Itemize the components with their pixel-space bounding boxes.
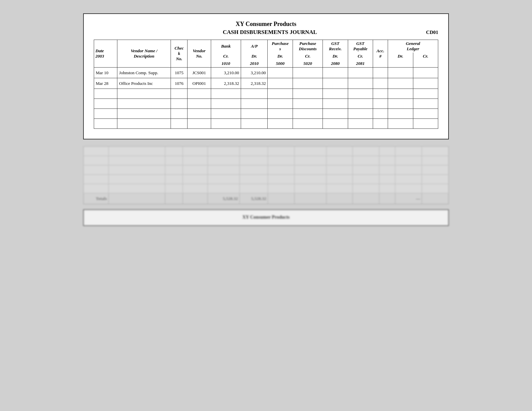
row2-gen-cr	[413, 78, 438, 89]
gst-recv-label: GST	[331, 41, 339, 46]
empty-row	[94, 109, 438, 119]
vendor-no-label2: No.	[189, 54, 209, 59]
row1-purchase-disc	[293, 68, 323, 78]
row2-ap: 2,318.32	[241, 78, 268, 89]
date-label: Date	[95, 48, 116, 54]
empty-row	[94, 89, 438, 99]
empty-row	[94, 99, 438, 109]
row1-bank: 3,210.00	[211, 68, 241, 78]
journal-title-row: CASH DISBURSEMENTS JOURNAL CD01	[94, 29, 438, 36]
purchase-acct: 5000	[276, 61, 285, 66]
row2-gst-pay	[348, 78, 373, 89]
date-year: 2003	[95, 54, 116, 59]
row2-vendor: Office Products Inc	[117, 78, 171, 89]
purchase-dr-cr: Dr.	[277, 54, 283, 59]
footer-text: XY Consumer Products	[242, 215, 290, 220]
row1-purchase	[268, 68, 293, 78]
gst-pay-acct: 2081	[356, 61, 365, 66]
row2-gen-dr	[388, 78, 413, 89]
table-row: Mar 10 Johnston Comp. Supp. 1075 JCS001 …	[94, 68, 438, 78]
row2-check: 1076	[171, 78, 188, 89]
general-ledger-label: General	[406, 41, 420, 46]
row2-date: Mar 28	[94, 78, 117, 89]
acc-label: Acc.	[375, 48, 386, 54]
header-row-1: Date 2003 Vendor Name / Description Chec…	[94, 40, 438, 53]
vendor-label: Vendor Name /	[119, 48, 169, 54]
vendor-desc: Description	[119, 54, 169, 59]
bank-acct: 1010	[221, 61, 230, 66]
journal-table: Date 2003 Vendor Name / Description Chec…	[94, 40, 438, 129]
row2-acc	[373, 78, 388, 89]
acc-hash: #	[375, 54, 386, 59]
row2-vendor-no: OPI001	[188, 78, 211, 89]
blurred-section: Totals 5,528.32 5,528.32 —	[83, 146, 449, 204]
purchase-label2: s	[279, 46, 281, 51]
row1-check: 1075	[171, 68, 188, 78]
footer-container: XY Consumer Products	[83, 209, 449, 226]
purchase-disc-acct: 5020	[304, 61, 312, 66]
gen-cr-label: Cr.	[423, 54, 428, 59]
journal-code: CD01	[426, 30, 438, 35]
bank-dr-cr: Cr.	[223, 54, 228, 59]
row1-gst-recv	[323, 68, 348, 78]
company-title: XY Consumer Products	[94, 21, 438, 28]
gst-pay-label2: Payable	[353, 46, 367, 51]
row2-purchase-disc	[293, 78, 323, 89]
table-row: Mar 28 Office Products Inc 1076 OPI001 2…	[94, 78, 438, 89]
check-line1: Chec	[173, 46, 186, 51]
row2-gst-recv	[323, 78, 348, 89]
row1-date: Mar 10	[94, 68, 117, 78]
ap-label: A/P	[251, 44, 258, 49]
gen-dr-label: Dr.	[398, 54, 403, 59]
general-ledger-label2: Ledger	[407, 46, 419, 51]
row1-vendor: Johnston Comp. Supp.	[117, 68, 171, 78]
row1-gen-dr	[388, 68, 413, 78]
row1-gst-pay	[348, 68, 373, 78]
gst-recv-acct: 2080	[331, 61, 339, 66]
purchase-disc-dr-cr: Cr.	[305, 54, 310, 59]
row2-bank: 2,318.32	[211, 78, 241, 89]
ap-dr-cr: Dr.	[251, 54, 257, 59]
purchase-label: Purchase	[272, 41, 289, 46]
journal-title: CASH DISBURSEMENTS JOURNAL	[114, 29, 426, 36]
main-journal-container: XY Consumer Products CASH DISBURSEMENTS …	[83, 13, 449, 139]
row2-purchase	[268, 78, 293, 89]
purchase-disc-label2: Discounts	[299, 46, 317, 51]
check-line3: No.	[173, 56, 186, 62]
row1-vendor-no: JCS001	[188, 68, 211, 78]
empty-row	[94, 119, 438, 129]
bank-label: Bank	[221, 44, 231, 49]
gst-recv-dr-cr: Dr.	[332, 54, 338, 59]
purchase-disc-label: Purchase	[299, 41, 316, 46]
check-line2: k	[173, 51, 186, 56]
row1-ap: 3,210.00	[241, 68, 268, 78]
ap-acct: 2010	[250, 61, 259, 66]
gst-recv-label2: Receiv.	[329, 46, 341, 51]
row1-gen-cr	[413, 68, 438, 78]
row1-acc	[373, 68, 388, 78]
gst-pay-label: GST	[356, 41, 364, 46]
gst-pay-dr-cr: Cr.	[358, 54, 363, 59]
vendor-no-label: Vendor	[189, 48, 209, 54]
